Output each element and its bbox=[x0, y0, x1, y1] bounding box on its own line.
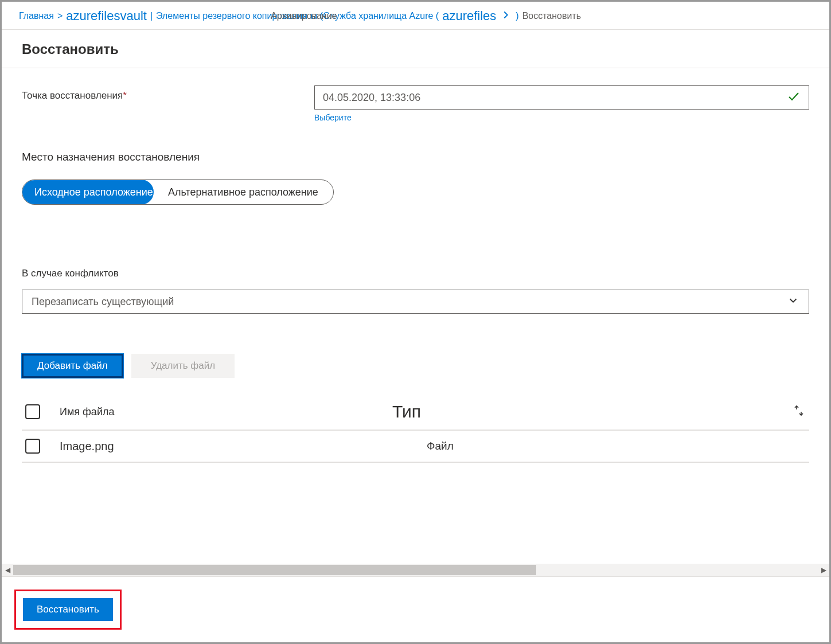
add-file-button[interactable]: Добавить файл bbox=[22, 354, 123, 378]
row-file-name: Image.png bbox=[60, 440, 392, 453]
destination-toggle-group: Исходное расположение Альтернативное рас… bbox=[22, 179, 334, 205]
restore-button[interactable]: Восстановить bbox=[23, 598, 113, 621]
breadcrumb-closing: ) bbox=[516, 11, 518, 21]
restore-highlight: Восстановить bbox=[14, 590, 122, 630]
file-table: Имя файла Тип Image.png Файл bbox=[22, 394, 809, 463]
breadcrumb-overlay: Архивирование bbox=[271, 11, 337, 21]
row-file-type: Файл bbox=[392, 440, 777, 452]
scroll-track[interactable] bbox=[13, 564, 818, 576]
title-bar: Восстановить bbox=[2, 30, 829, 68]
chevron-right-icon bbox=[500, 9, 512, 24]
required-asterisk: * bbox=[123, 90, 127, 101]
column-header-name[interactable]: Имя файла bbox=[60, 406, 392, 418]
row-checkbox[interactable] bbox=[25, 439, 40, 454]
select-recovery-point-link[interactable]: Выберите bbox=[314, 113, 352, 122]
footer-bar: Восстановить bbox=[2, 576, 829, 642]
scroll-right-arrow[interactable]: ▶ bbox=[818, 564, 829, 576]
recovery-point-label: Точка восстановления* bbox=[22, 85, 314, 102]
recovery-point-input[interactable]: 04.05.2020, 13:33:06 bbox=[314, 85, 809, 110]
breadcrumb-vault[interactable]: azurefilesvault bbox=[66, 9, 147, 24]
breadcrumb-current: Восстановить bbox=[522, 11, 581, 21]
scroll-left-arrow[interactable]: ◀ bbox=[2, 564, 13, 576]
destination-alternate-option[interactable]: Альтернативное расположение bbox=[153, 180, 333, 204]
delete-file-button: Удалить файл bbox=[131, 354, 235, 378]
sort-icon[interactable] bbox=[777, 404, 806, 420]
conflict-selected-value: Перезаписать существующий bbox=[32, 296, 174, 308]
breadcrumb-backup-items[interactable]: Элементы резервного копирования Архивиро… bbox=[156, 11, 307, 21]
conflict-label: В случае конфликтов bbox=[22, 268, 809, 279]
select-all-checkbox[interactable] bbox=[25, 404, 40, 419]
breadcrumb-sep: > bbox=[57, 11, 63, 21]
content-area: Точка восстановления* 04.05.2020, 13:33:… bbox=[2, 68, 829, 576]
destination-original-option[interactable]: Исходное расположение bbox=[22, 179, 154, 205]
page-title: Восстановить bbox=[22, 41, 809, 57]
conflict-dropdown[interactable]: Перезаписать существующий bbox=[22, 290, 809, 314]
restore-destination-heading: Место назначения восстановления bbox=[22, 151, 809, 163]
table-row[interactable]: Image.png Файл bbox=[22, 431, 809, 463]
column-header-type[interactable]: Тип bbox=[392, 402, 777, 421]
scroll-thumb[interactable] bbox=[13, 565, 536, 575]
horizontal-scrollbar[interactable]: ◀ ▶ bbox=[2, 564, 829, 576]
breadcrumb-azurefiles[interactable]: azurefiles bbox=[442, 9, 496, 24]
checkmark-icon bbox=[787, 89, 801, 106]
chevron-down-icon bbox=[787, 294, 799, 310]
breadcrumb-pipe: | bbox=[150, 11, 153, 21]
breadcrumb: Главная > azurefilesvault | Элементы рез… bbox=[2, 2, 829, 30]
breadcrumb-home[interactable]: Главная bbox=[19, 11, 54, 21]
table-header-row: Имя файла Тип bbox=[22, 394, 809, 431]
recovery-point-value: 04.05.2020, 13:33:06 bbox=[323, 92, 420, 104]
